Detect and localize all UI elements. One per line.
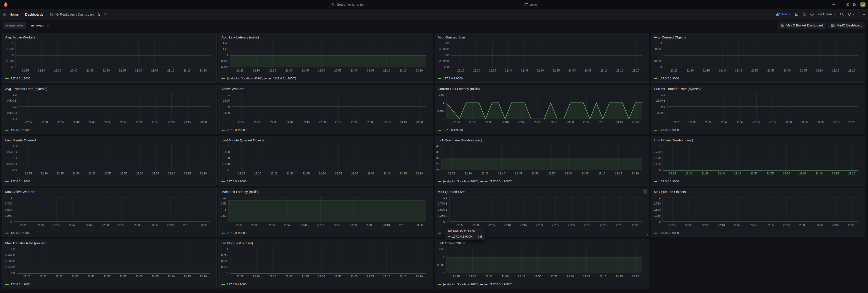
time-series-chart[interactable]: 22:2522:3022:3522:4022:4522:5022:5523:00… — [219, 85, 433, 134]
svg-text:23:15: 23:15 — [833, 121, 839, 124]
link-minio-bucket-dashboard[interactable]: MinIO Bucket Dashboard — [778, 22, 826, 29]
svg-text:23:15: 23:15 — [399, 224, 406, 227]
svg-text:22:45: 22:45 — [303, 121, 310, 124]
svg-text:22:35: 22:35 — [53, 224, 60, 227]
time-series-chart[interactable]: 22:2522:3022:3522:4022:4522:5022:5523:00… — [219, 188, 433, 237]
legend-item[interactable]: 127.0.0.1:9000 — [5, 77, 30, 80]
legend-item[interactable]: {endpoint="localhost:9010", server="127.… — [438, 180, 512, 183]
breadcrumb-dashboards[interactable]: Dashboards — [25, 12, 43, 16]
svg-text:23:05: 23:05 — [583, 275, 590, 278]
global-search-bar[interactable]: ctrl+k — [329, 1, 539, 8]
svg-text:23:00: 23:00 — [568, 69, 576, 72]
svg-text:22:50: 22:50 — [318, 69, 325, 72]
tooltip-time: 2023-08-30 22:23:00 — [447, 230, 482, 233]
mega-menu-button[interactable] — [3, 12, 7, 16]
save-dashboard-button[interactable] — [795, 12, 799, 16]
time-series-chart[interactable]: 22:2522:3022:3522:4022:4522:5022:5523:00… — [651, 85, 865, 134]
time-series-chart[interactable]: 22:2522:3022:3522:4022:4522:5022:5523:00… — [2, 85, 216, 134]
legend-item[interactable]: 127.0.0.1:9000 — [5, 231, 30, 235]
help-button[interactable] — [845, 2, 849, 6]
svg-text:23:05: 23:05 — [366, 224, 373, 227]
time-series-chart[interactable]: 22:2522:3022:3522:4022:4522:5022:5523:00… — [435, 33, 649, 83]
svg-text:23:20: 23:20 — [416, 224, 423, 227]
legend-item[interactable]: 127.0.0.1:9000 — [221, 128, 247, 132]
variable-value-dropdown[interactable]: minio-job — [28, 22, 52, 29]
svg-text:22:35: 22:35 — [269, 69, 276, 72]
link-minio-dashboard[interactable]: MinIO Dashboard — [828, 22, 865, 29]
time-series-chart[interactable]: 22:2522:3022:3522:4022:4522:5022:5523:00… — [2, 239, 216, 288]
svg-text:22:45: 22:45 — [87, 69, 93, 72]
legend-item[interactable]: 127.0.0.1:9000 — [5, 128, 30, 132]
legend-item[interactable]: 127.0.0.1:9000 — [5, 283, 30, 286]
svg-text:22:45: 22:45 — [85, 224, 92, 227]
news-button[interactable] — [852, 2, 857, 6]
time-series-chart[interactable]: 22:2522:3022:3522:4022:4522:5022:5523:00… — [651, 136, 865, 185]
time-series-chart[interactable]: 22:2522:3022:3522:4022:4522:5022:5523:00… — [435, 85, 649, 134]
zoom-out-time-button[interactable] — [840, 12, 844, 16]
time-series-chart[interactable]: 22:2522:3022:3522:4022:4522:5022:5523:00… — [219, 239, 433, 288]
panel-resize-handle[interactable] — [646, 232, 648, 236]
svg-text:1 B: 1 B — [11, 248, 15, 251]
svg-text:1: 1 — [227, 54, 228, 57]
svg-text:23:05: 23:05 — [151, 69, 158, 72]
time-series-chart[interactable]: 22:2522:3022:3522:4022:4522:5022:5523:00… — [651, 33, 865, 83]
time-series-chart[interactable]: 22:2522:3022:3522:4022:4522:5022:5523:00… — [219, 136, 433, 185]
legend-item[interactable]: 127.0.0.1:9000 — [654, 77, 679, 80]
svg-text:23:00: 23:00 — [783, 172, 790, 175]
time-series-chart[interactable]: 22:2522:3022:3522:4022:4522:5022:5523:00… — [2, 33, 216, 83]
time-series-chart[interactable]: 22:2522:3022:3522:4022:4522:5022:5523:00… — [651, 188, 865, 237]
svg-text:23:10: 23:10 — [383, 172, 391, 175]
series-legend-label: {endpoint="localhost:9010", server="127.… — [443, 283, 512, 286]
collapse-toolbar-button[interactable] — [862, 13, 866, 16]
legend-item[interactable]: 127.0.0.1:9000 — [654, 180, 679, 183]
svg-text:23:15: 23:15 — [399, 69, 406, 72]
search-input[interactable] — [336, 2, 523, 6]
svg-text:23:10: 23:10 — [168, 172, 175, 175]
svg-text:23:10: 23:10 — [383, 69, 390, 72]
svg-text:22:35: 22:35 — [57, 172, 64, 175]
svg-text:0.500: 0.500 — [221, 260, 228, 263]
new-menu-button[interactable] — [832, 3, 839, 6]
favorite-button[interactable] — [97, 12, 101, 16]
legend-item[interactable]: {endpoint="localhost:9010", server="127.… — [438, 283, 512, 286]
grafana-logo-icon[interactable] — [3, 2, 9, 7]
user-avatar[interactable] — [860, 2, 866, 7]
time-series-chart[interactable]: 22:2522:3022:3522:4022:4522:5022:5523:00… — [2, 188, 216, 237]
svg-text:23:20: 23:20 — [632, 275, 639, 278]
time-range-picker[interactable]: Last 1 hour — [810, 12, 836, 16]
legend-item[interactable]: {endpoint="localhost:9010", server="127.… — [221, 77, 296, 80]
legend-item[interactable]: 127.0.0.1:9000 — [654, 231, 679, 235]
share-button[interactable] — [103, 12, 107, 16]
svg-text:1.20: 1.20 — [223, 47, 228, 51]
svg-text:0: 0 — [12, 54, 13, 57]
time-series-chart[interactable]: 22:2522:3022:3522:4022:4522:5022:5523:00… — [435, 239, 649, 288]
svg-text:22:40: 22:40 — [721, 121, 728, 124]
svg-text:22:50: 22:50 — [104, 121, 112, 124]
time-series-chart[interactable]: 22:2522:3022:3522:4022:4522:5022:5523:00… — [435, 136, 649, 185]
legend-item[interactable]: 127.0.0.1:9000 — [438, 128, 463, 132]
time-series-chart[interactable]: 22:2522:3022:3522:4022:4522:5022:5523:00… — [2, 136, 216, 185]
breadcrumb-home[interactable]: Home — [9, 12, 19, 16]
add-panel-button[interactable]: Add — [776, 12, 791, 16]
svg-text:22:25: 22:25 — [235, 224, 242, 227]
legend-item[interactable]: 127.0.0.1:9000 — [221, 231, 247, 235]
series-legend-label: 127.0.0.1:9000 — [659, 77, 679, 80]
variable-label: scrape_jobs — [3, 22, 26, 29]
legend-item[interactable]: 127.0.0.1:9000 — [221, 283, 247, 286]
legend-item[interactable]: 127.0.0.1:9000 — [221, 180, 247, 183]
time-series-chart[interactable]: 22:2522:3022:3522:4022:4522:5022:5523:00… — [219, 33, 433, 83]
panel-menu-button[interactable] — [643, 189, 648, 194]
svg-text:0: 0 — [659, 169, 661, 172]
legend-item[interactable]: 127.0.0.1:9000 — [438, 77, 463, 80]
svg-text:22:50: 22:50 — [319, 121, 326, 124]
svg-text:1 B: 1 B — [661, 93, 665, 96]
legend-item[interactable]: 127.0.0.1:9000 — [5, 180, 30, 183]
svg-text:23:00: 23:00 — [350, 275, 358, 278]
svg-text:22:55: 22:55 — [120, 121, 127, 124]
legend-item[interactable]: 127.0.0.1:9000 — [654, 128, 679, 132]
svg-text:22:55: 22:55 — [552, 224, 559, 227]
dashboard-settings-button[interactable] — [802, 12, 806, 16]
series-color-dash — [221, 181, 225, 182]
refresh-button[interactable] — [848, 12, 855, 16]
svg-text:22:25: 22:25 — [22, 69, 29, 72]
